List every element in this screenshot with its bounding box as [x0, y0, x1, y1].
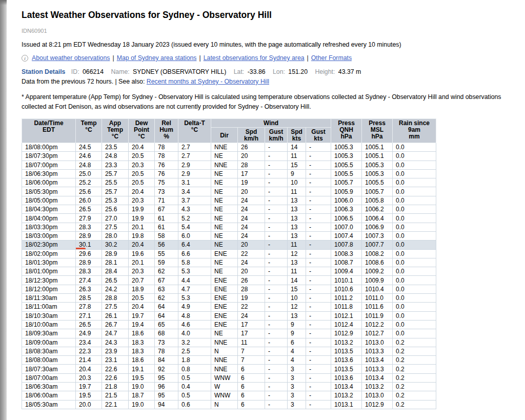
- link-latest-observations-sydney-area[interactable]: Latest observations for Sydney area: [204, 54, 305, 62]
- col-header-wind-spd-kts: Spd kts: [288, 128, 306, 143]
- cell-temp: 25.6: [76, 187, 102, 196]
- cell-press_qnh: 1010.1: [331, 276, 362, 285]
- cell-rain_since: 0.2: [393, 356, 436, 365]
- cell-press_msl: 1007.3: [362, 231, 393, 240]
- cell-datetime: 18/08:00am: [22, 356, 76, 365]
- cell-wind_spd_kmh: 24: [238, 231, 265, 240]
- cell-wind_gust_kts: -: [306, 373, 331, 382]
- cell-rel_hum: 61: [155, 223, 178, 231]
- cell-wind_spd_kts: 11: [288, 152, 306, 161]
- cell-wind_dir: NNE: [211, 356, 238, 365]
- cell-temp: 30.1: [76, 241, 102, 249]
- cell-rel_hum: 71: [155, 196, 178, 205]
- cell-datetime: 18/06:00pm: [22, 178, 76, 187]
- cell-press_qnh: 1013.4: [331, 383, 362, 391]
- cell-delta_t: 5.4: [178, 223, 211, 231]
- cell-delta_t: 6.6: [178, 249, 211, 258]
- cell-wind_dir: ENE: [211, 320, 238, 329]
- table-row: 18/04:30pm26.525.619.9674.3NE24-13-1006.…: [22, 205, 436, 214]
- cell-datetime: 18/04:30pm: [22, 205, 76, 214]
- cell-rain_since: 0.0: [393, 152, 436, 161]
- link-map-of-sydney-area-stations[interactable]: Map of Sydney area stations: [117, 54, 197, 62]
- cell-temp: 25.0: [76, 169, 102, 178]
- cell-datetime: 18/06:30am: [22, 383, 76, 391]
- cell-wind_spd_kmh: 28: [238, 285, 265, 293]
- cell-wind_gust_kmh: -: [265, 161, 288, 169]
- cell-app_temp: 25.3: [102, 196, 129, 205]
- cell-wind_dir: NE: [211, 329, 238, 338]
- window-edge-strip: [0, 0, 7, 420]
- cell-wind_gust_kts: -: [306, 347, 331, 355]
- cell-press_qnh: 1006.5: [331, 214, 362, 223]
- cell-wind_dir: ENE: [211, 276, 238, 285]
- cell-app_temp: 24.8: [102, 152, 129, 161]
- cell-rain_since: 0.0: [393, 267, 436, 276]
- cell-wind_spd_kts: 10: [288, 178, 306, 187]
- cell-datetime: 18/03:00pm: [22, 231, 76, 240]
- cell-press_msl: 1005.3: [362, 161, 393, 169]
- observations-table: Date/Time EDT Temp °C App Temp °C Dew Po…: [22, 118, 436, 409]
- cell-wind_gust_kmh: -: [265, 391, 288, 400]
- cell-rel_hum: 58: [155, 231, 178, 240]
- cell-app_temp: 25.7: [102, 187, 129, 196]
- cell-wind_spd_kmh: 26: [238, 276, 265, 285]
- cell-press_qnh: 1005.5: [331, 169, 362, 178]
- cell-datetime: 18/11:00am: [22, 303, 76, 311]
- cell-wind_spd_kts: 4: [288, 356, 306, 365]
- cell-wind_spd_kmh: 20: [238, 241, 265, 249]
- link-other-formats[interactable]: Other Formats: [311, 54, 352, 62]
- cell-wind_gust_kmh: -: [265, 196, 288, 205]
- cell-delta_t: 1.8: [178, 356, 211, 365]
- cell-wind_gust_kts: -: [306, 214, 331, 223]
- cell-press_msl: 1012.7: [362, 329, 393, 338]
- cell-press_msl: 1011.6: [362, 303, 393, 311]
- cell-dew_point: 20.4: [129, 187, 155, 196]
- info-icon: i: [22, 55, 28, 62]
- link-about-weather-observations[interactable]: About weather observations: [32, 54, 110, 62]
- cell-rel_hum: 63: [155, 285, 178, 293]
- cell-press_qnh: 1011.8: [331, 303, 362, 311]
- cell-dew_point: 20.1: [129, 223, 155, 231]
- note-line-2: collected at Fort Denison, as wind obser…: [22, 103, 311, 110]
- station-height-value: 43.37 m: [338, 68, 361, 75]
- cell-temp: 26.0: [76, 196, 102, 205]
- cell-temp: 20.4: [76, 365, 102, 373]
- cell-wind_gust_kts: -: [306, 223, 331, 231]
- cell-wind_spd_kts: 14: [288, 276, 306, 285]
- cell-app_temp: 27.5: [102, 303, 129, 311]
- cell-dew_point: 20.4: [129, 241, 155, 249]
- cell-dew_point: 20.4: [129, 303, 155, 311]
- cell-wind_gust_kts: -: [306, 258, 331, 267]
- cell-rain_since: 0.0: [393, 329, 436, 338]
- cell-rel_hum: 95: [155, 391, 178, 400]
- cell-wind_spd_kts: 3: [288, 400, 306, 409]
- cell-wind_dir: ENE: [211, 294, 238, 303]
- col-header-delta-t: Delta-T °C: [178, 119, 211, 143]
- cell-delta_t: 0.4: [178, 383, 211, 391]
- cell-temp: 26.5: [76, 320, 102, 329]
- cell-app_temp: 25.5: [102, 178, 129, 187]
- cell-rain_since: 0.2: [393, 347, 436, 355]
- link-recent-months[interactable]: Recent months at Sydney - Observatory Hi…: [147, 78, 269, 85]
- cell-wind_dir: WNW: [211, 373, 238, 382]
- cell-dew_point: 18.7: [129, 391, 155, 400]
- cell-press_qnh: 1013.6: [331, 373, 362, 382]
- cell-wind_gust_kmh: -: [265, 294, 288, 303]
- cell-wind_spd_kmh: 6: [238, 391, 265, 400]
- cell-press_msl: 1013.3: [362, 365, 393, 373]
- cell-wind_gust_kts: -: [306, 303, 331, 311]
- cell-press_msl: 1012.9: [362, 400, 393, 409]
- cell-datetime: 18/04:00pm: [22, 214, 76, 223]
- cell-press_qnh: 1005.3: [331, 143, 362, 152]
- cell-wind_gust_kmh: -: [265, 356, 288, 365]
- station-lon-value: 151.20: [288, 68, 308, 75]
- cell-temp: 24.6: [76, 152, 102, 161]
- cell-press_msl: 1013.0: [362, 338, 393, 347]
- cell-wind_gust_kmh: -: [265, 169, 288, 178]
- cell-wind_gust_kmh: -: [265, 365, 288, 373]
- cell-delta_t: 5.3: [178, 294, 211, 303]
- cell-rain_since: 0.0: [393, 249, 436, 258]
- cell-rel_hum: 61: [155, 214, 178, 223]
- table-row: 18/01:30pm28.928.120.1595.8NE24-13-1008.…: [22, 258, 436, 267]
- cell-temp: 25.2: [76, 178, 102, 187]
